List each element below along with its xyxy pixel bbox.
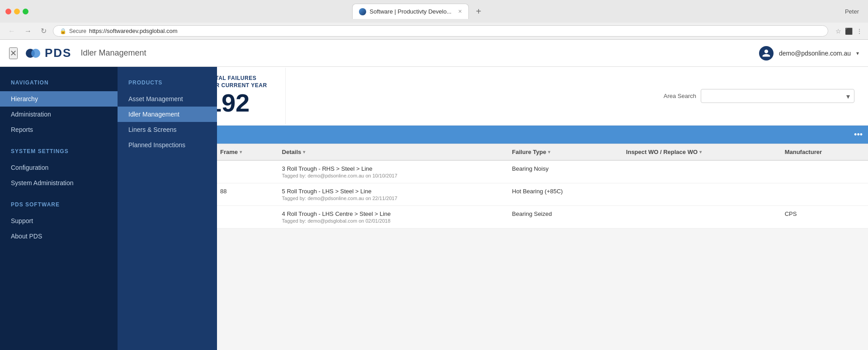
asset-management-label: Asset Management (128, 95, 183, 103)
area-search-wrapper (701, 89, 854, 103)
sidebar-item-administration[interactable]: Administration (0, 107, 118, 122)
reports-label: Reports (11, 126, 33, 133)
product-item-planned[interactable]: Planned Inspections (118, 137, 217, 153)
close-traffic-light[interactable] (5, 9, 11, 14)
tab-bar: Software | Productivty Develo... ✕ + (347, 4, 491, 19)
sidebar-item-configuration[interactable]: Configuration (0, 160, 118, 175)
logo-container: PDS (25, 45, 71, 61)
maximize-traffic-light[interactable] (23, 9, 28, 14)
row-details-cell: 3 Roll Trough - RHS > Steel > Line Tagge… (276, 160, 506, 183)
about-label: About PDS (11, 233, 42, 240)
minimize-traffic-light[interactable] (14, 9, 20, 14)
row-failure-type-cell: Bearing Noisy (506, 160, 620, 183)
sidebar-item-system-admin[interactable]: System Administration (0, 175, 118, 191)
forward-button[interactable]: → (22, 26, 34, 36)
logo-text: PDS (45, 46, 71, 60)
product-item-idler[interactable]: Idler Management (118, 107, 217, 122)
user-email: demo@pdsonline.com.au (779, 50, 851, 57)
area-search-select[interactable] (701, 89, 854, 103)
url-text: https://softwaredev.pdsglobal.com (89, 28, 821, 34)
sidebar-item-hierarchy[interactable]: Hierarchy (0, 91, 118, 107)
failure-type-filter-arrow: ▾ (548, 149, 550, 154)
nav-divider-1 (0, 137, 118, 145)
row-failure-type-cell: Bearing Seized (506, 206, 620, 229)
row-manufacturer-cell (778, 183, 868, 206)
hierarchy-label: Hierarchy (11, 95, 38, 103)
svg-point-1 (31, 49, 40, 58)
nav-dropdown: NAVIGATION Hierarchy Administration Repo… (0, 67, 217, 350)
col-header-frame: Frame ▾ (214, 144, 276, 160)
menu-icon[interactable]: ⋮ (856, 28, 863, 35)
cast-icon[interactable]: ⬛ (845, 28, 853, 35)
area-search-container: Area Search (664, 89, 854, 103)
sidebar-item-support[interactable]: Support (0, 213, 118, 229)
browser-addressbar: ← → ↻ 🔒 Secure https://softwaredev.pdsgl… (0, 23, 868, 39)
support-label: Support (11, 217, 33, 224)
sidebar-item-reports[interactable]: Reports (0, 122, 118, 137)
table-actions: ••• (849, 126, 868, 144)
traffic-lights (5, 9, 28, 14)
col-header-inspect-wo: Inspect WO / Replace WO ▾ (620, 144, 778, 160)
address-bar[interactable]: 🔒 Secure https://softwaredev.pdsglobal.c… (53, 25, 828, 37)
reload-button[interactable]: ↻ (38, 26, 49, 36)
row-frame-cell (214, 206, 276, 229)
table-more-button[interactable]: ••• (854, 130, 863, 140)
active-tab[interactable]: Software | Productivty Develo... ✕ (352, 4, 469, 19)
nav-col-right: PRODUCTS Asset Management Idler Manageme… (118, 67, 217, 350)
planned-inspections-label: Planned Inspections (128, 141, 185, 149)
nav-section-settings-title: SYSTEM SETTINGS (0, 145, 118, 158)
secure-icon: 🔒 (60, 28, 66, 34)
new-tab-button[interactable]: + (472, 5, 485, 19)
frame-filter-arrow: ▾ (240, 149, 242, 154)
tab-title: Software | Productivty Develo... (370, 8, 452, 15)
row-inspect-wo-cell (620, 183, 778, 206)
liners-screens-label: Liners & Screens (128, 126, 177, 133)
area-search-label: Area Search (664, 93, 696, 99)
row-manufacturer-cell: CPS (778, 206, 868, 229)
row-frame-cell (214, 160, 276, 183)
idler-management-label: Idler Management (128, 111, 179, 118)
bookmark-icon[interactable]: ☆ (835, 28, 841, 35)
secure-label: Secure (69, 28, 86, 34)
pds-logo-icon (25, 45, 41, 61)
product-item-asset[interactable]: Asset Management (118, 91, 217, 107)
configuration-label: Configuration (11, 164, 48, 171)
row-details-cell: 4 Roll Trough - LHS Centre > Steel > Lin… (276, 206, 506, 229)
app-header: ✕ PDS Idler Management demo@pdsonline.co… (0, 40, 868, 67)
row-failure-type-cell: Hot Bearing (+85C) (506, 183, 620, 206)
browser-user-label: Peter (845, 8, 859, 15)
administration-label: Administration (11, 111, 51, 118)
row-inspect-wo-cell (620, 206, 778, 229)
back-button[interactable]: ← (5, 26, 18, 36)
nav-divider-2 (0, 191, 118, 198)
header-right: demo@pdsonline.com.au ▾ (759, 46, 859, 61)
product-item-liners[interactable]: Liners & Screens (118, 122, 217, 137)
user-avatar (759, 46, 774, 61)
system-admin-label: System Administration (11, 179, 74, 187)
browser-titlebar: Software | Productivty Develo... ✕ + Pet… (0, 0, 868, 23)
inspect-wo-filter-arrow: ▾ (699, 149, 702, 154)
user-dropdown-arrow[interactable]: ▾ (856, 50, 859, 56)
col-header-failure-type: Failure Type ▾ (506, 144, 620, 160)
browser-bar-actions: ☆ ⬛ ⋮ (835, 28, 863, 35)
row-inspect-wo-cell (620, 160, 778, 183)
nav-section-pds-title: PDS SOFTWARE (0, 198, 118, 211)
nav-section-products-title: PRODUCTS (118, 76, 217, 89)
tab-close-button[interactable]: ✕ (458, 9, 462, 14)
app-body: NAVIGATION Hierarchy Administration Repo… (0, 67, 868, 350)
row-details-cell: 5 Roll Trough - LHS > Steel > Line Tagge… (276, 183, 506, 206)
app-title: Idler Management (80, 48, 146, 58)
nav-section-navigation-title: NAVIGATION (0, 76, 118, 89)
row-manufacturer-cell (778, 160, 868, 183)
nav-col-left: NAVIGATION Hierarchy Administration Repo… (0, 67, 118, 350)
row-frame-cell: 88 (214, 183, 276, 206)
tab-favicon (359, 8, 366, 15)
sidebar-item-about[interactable]: About PDS (0, 229, 118, 244)
col-header-details: Details ▾ (276, 144, 506, 160)
close-menu-button[interactable]: ✕ (9, 47, 18, 59)
browser-chrome: Software | Productivty Develo... ✕ + Pet… (0, 0, 868, 40)
col-header-manufacturer: Manufacturer (778, 144, 868, 160)
details-filter-arrow: ▾ (303, 149, 305, 154)
